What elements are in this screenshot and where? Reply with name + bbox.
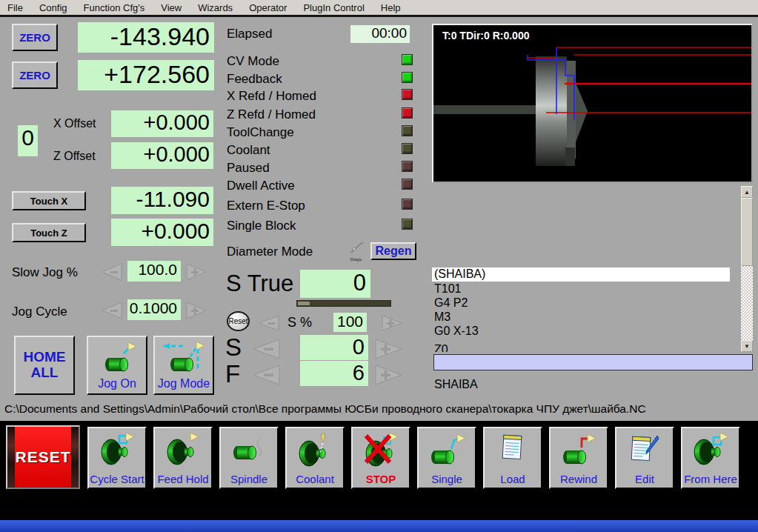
gcode-line[interactable]: T101 <box>432 282 730 296</box>
s-increment-arrow[interactable] <box>373 337 406 361</box>
current-tool-dro[interactable]: 0 <box>18 125 38 156</box>
menu-item-function-cfgs[interactable]: Function Cfg's <box>84 2 145 13</box>
x-axis-dro[interactable]: -143.940 <box>78 22 214 53</box>
gcode-line-selected[interactable]: (SHAIBA) <box>432 267 730 282</box>
reset-button[interactable]: RESET <box>6 425 80 489</box>
elapsed-label: Elapsed <box>227 27 272 41</box>
z-offset-label: Z Offset <box>53 150 96 163</box>
slow-jog-increment-arrow[interactable] <box>185 262 209 282</box>
cv-mode-led <box>402 54 413 65</box>
regen-button[interactable]: Regen <box>370 242 416 260</box>
jog-on-label: Jog On <box>98 377 136 390</box>
stop-button[interactable]: STOP <box>351 427 410 489</box>
led-row-coolant: Coolant <box>227 143 270 158</box>
z-offset-dro[interactable]: +0.000 <box>111 142 213 169</box>
paused-led <box>402 161 413 172</box>
z-refd-led <box>402 107 413 119</box>
slow-jog-decrement-arrow[interactable] <box>99 262 123 282</box>
zero-z-button[interactable]: ZERO <box>12 61 58 89</box>
f-decrement-arrow[interactable] <box>249 363 282 387</box>
f-dro[interactable]: 6 <box>300 361 368 386</box>
menu-divider <box>0 15 758 17</box>
s-percent-decrement-arrow[interactable] <box>256 314 280 332</box>
led-row-x-refd: X Refd / Homed <box>227 89 316 104</box>
touch-z-dro[interactable]: +0.000 <box>111 219 213 246</box>
x-offset-label: X Offset <box>53 117 96 130</box>
gcode-line[interactable]: Z0 <box>432 343 730 352</box>
run-progress-bar <box>433 354 753 370</box>
scroll-down-button[interactable]: ▼ <box>741 340 753 352</box>
feed-hold-button[interactable]: Feed Hold <box>153 427 213 489</box>
gcode-line[interactable]: M3 <box>432 310 730 325</box>
coolant-led <box>402 143 413 154</box>
scroll-up-button[interactable]: ▲ <box>741 186 753 198</box>
s-label: S <box>225 333 242 362</box>
menu-item-file[interactable]: File <box>7 2 23 13</box>
menu-item-plugin-control[interactable]: PlugIn Control <box>303 2 364 13</box>
dwgs-button[interactable]: Dwgs. <box>346 241 367 262</box>
home-all-button[interactable]: HOME ALL <box>14 336 75 395</box>
feed-hold-icon <box>164 433 202 467</box>
reset-hazard-bar-left <box>7 427 15 488</box>
led-row-single-block: Single Block <box>227 219 296 233</box>
touch-x-dro[interactable]: -11.090 <box>111 187 213 214</box>
load-button[interactable]: Load <box>483 427 542 489</box>
reset-label: RESET <box>15 448 70 466</box>
jog-cycle-label: Jog Cycle <box>12 305 67 319</box>
menu-item-help[interactable]: Help <box>381 2 401 13</box>
cycle-start-button[interactable]: Cycle Start <box>87 427 147 489</box>
x-offset-dro[interactable]: +0.000 <box>111 110 213 137</box>
gcode-scrollbar[interactable]: ▲ ▼ <box>741 186 753 352</box>
rewind-button[interactable]: Rewind <box>549 427 608 489</box>
spindle-speed-slider[interactable] <box>296 300 391 307</box>
stop-icon <box>362 433 400 467</box>
jog-on-button[interactable]: Jog On <box>87 336 147 395</box>
feed-hold-label: Feed Hold <box>157 473 208 485</box>
spindle-slider-thumb[interactable] <box>298 302 310 305</box>
taskbar-strip <box>0 520 758 532</box>
menu-item-wizards[interactable]: Wizards <box>198 2 233 13</box>
coolant-button[interactable]: Coolant <box>285 427 345 489</box>
spindle-override-reset-button[interactable]: Reset <box>227 311 250 331</box>
s-percent-dro[interactable]: 100 <box>333 313 367 332</box>
jog-mode-button[interactable]: Jog Mode <box>153 336 214 395</box>
coolant-label: Coolant <box>296 473 334 485</box>
menu-item-config[interactable]: Config <box>39 2 67 13</box>
elapsed-value: 00:00 <box>350 25 410 43</box>
spindle-label: Spindle <box>230 473 267 485</box>
zero-x-button[interactable]: ZERO <box>12 24 58 51</box>
diameter-mode-label: Diameter Mode <box>227 245 313 259</box>
touch-x-button[interactable]: Touch X <box>12 191 86 210</box>
slow-jog-value[interactable]: 100.0 <box>127 261 181 282</box>
f-label: F <box>225 360 240 388</box>
reset-hazard-bar-right <box>71 427 79 488</box>
scrollbar-thumb[interactable] <box>741 198 753 266</box>
spindle-button[interactable]: Spindle <box>219 427 279 489</box>
single-button[interactable]: Single <box>417 427 476 489</box>
edit-label: Edit <box>635 473 654 485</box>
menu-item-operator[interactable]: Operator <box>249 2 287 13</box>
menu-bar: File Config Function Cfg's View Wizards … <box>0 0 758 15</box>
s-percent-increment-arrow[interactable] <box>381 314 405 332</box>
jog-cycle-increment-arrow[interactable] <box>185 301 209 320</box>
menu-item-view[interactable]: View <box>161 2 182 13</box>
s-decrement-arrow[interactable] <box>249 337 282 361</box>
from-here-icon <box>691 433 730 467</box>
f-increment-arrow[interactable] <box>373 363 406 387</box>
gcode-list[interactable]: (SHAIBA) T101 G4 P2 M3 G0 X-13 Z0 <box>432 186 753 352</box>
coolant-icon <box>296 433 333 467</box>
touch-z-button[interactable]: Touch Z <box>12 223 86 242</box>
jog-cycle-decrement-arrow[interactable] <box>99 301 123 320</box>
gcode-line[interactable]: G0 X-13 <box>432 325 730 339</box>
jog-cycle-value[interactable]: 0.1000 <box>127 299 181 320</box>
rewind-icon <box>559 433 598 467</box>
spindle-icon <box>230 433 268 467</box>
gcode-line[interactable]: G4 P2 <box>432 296 730 310</box>
extern-estop-led <box>402 199 413 210</box>
edit-button[interactable]: Edit <box>615 427 674 489</box>
toolpath-display[interactable]: T:0 TDir:0 R:0.000 <box>432 24 753 183</box>
s-dro[interactable]: 0 <box>300 335 368 360</box>
s-percent-label: S % <box>287 315 312 330</box>
from-here-button[interactable]: From Here <box>681 427 740 489</box>
z-axis-dro[interactable]: +172.560 <box>78 60 214 90</box>
